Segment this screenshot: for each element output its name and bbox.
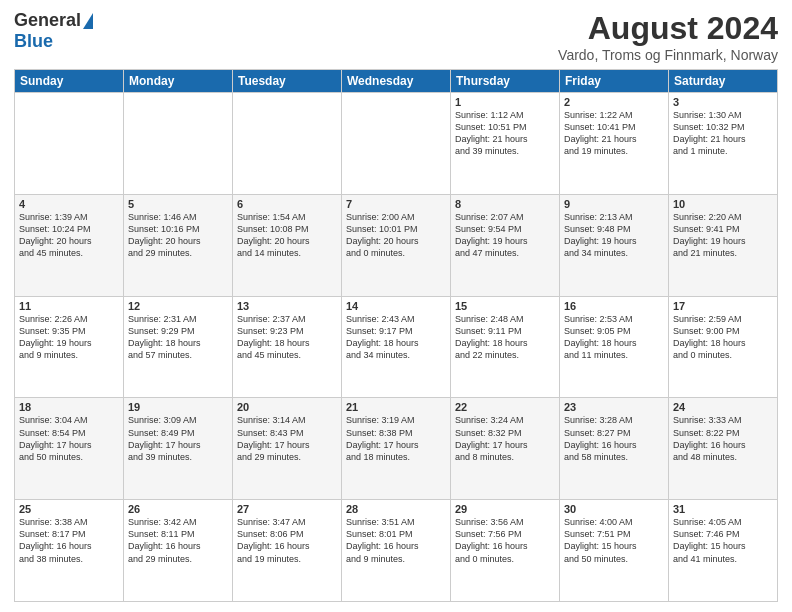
day-number: 31 [673,503,773,515]
day-info: Sunrise: 2:31 AM Sunset: 9:29 PM Dayligh… [128,313,228,362]
header-monday: Monday [124,70,233,93]
header-friday: Friday [560,70,669,93]
day-info: Sunrise: 2:53 AM Sunset: 9:05 PM Dayligh… [564,313,664,362]
day-cell: 19Sunrise: 3:09 AM Sunset: 8:49 PM Dayli… [124,398,233,500]
day-cell: 29Sunrise: 3:56 AM Sunset: 7:56 PM Dayli… [451,500,560,602]
day-info: Sunrise: 3:38 AM Sunset: 8:17 PM Dayligh… [19,516,119,565]
day-info: Sunrise: 4:00 AM Sunset: 7:51 PM Dayligh… [564,516,664,565]
day-cell: 1Sunrise: 1:12 AM Sunset: 10:51 PM Dayli… [451,93,560,195]
page: General Blue August 2024 Vardo, Troms og… [0,0,792,612]
day-cell: 5Sunrise: 1:46 AM Sunset: 10:16 PM Dayli… [124,194,233,296]
logo-text: General [14,10,93,31]
day-info: Sunrise: 2:48 AM Sunset: 9:11 PM Dayligh… [455,313,555,362]
day-number: 3 [673,96,773,108]
day-cell [15,93,124,195]
day-number: 19 [128,401,228,413]
day-info: Sunrise: 3:42 AM Sunset: 8:11 PM Dayligh… [128,516,228,565]
day-number: 5 [128,198,228,210]
day-info: Sunrise: 3:04 AM Sunset: 8:54 PM Dayligh… [19,414,119,463]
header-wednesday: Wednesday [342,70,451,93]
day-cell: 23Sunrise: 3:28 AM Sunset: 8:27 PM Dayli… [560,398,669,500]
day-number: 18 [19,401,119,413]
day-number: 20 [237,401,337,413]
week-row-5: 25Sunrise: 3:38 AM Sunset: 8:17 PM Dayli… [15,500,778,602]
day-info: Sunrise: 1:54 AM Sunset: 10:08 PM Daylig… [237,211,337,260]
day-cell: 28Sunrise: 3:51 AM Sunset: 8:01 PM Dayli… [342,500,451,602]
day-cell: 25Sunrise: 3:38 AM Sunset: 8:17 PM Dayli… [15,500,124,602]
day-number: 2 [564,96,664,108]
day-info: Sunrise: 3:24 AM Sunset: 8:32 PM Dayligh… [455,414,555,463]
day-number: 7 [346,198,446,210]
day-cell: 18Sunrise: 3:04 AM Sunset: 8:54 PM Dayli… [15,398,124,500]
day-cell: 7Sunrise: 2:00 AM Sunset: 10:01 PM Dayli… [342,194,451,296]
day-cell: 20Sunrise: 3:14 AM Sunset: 8:43 PM Dayli… [233,398,342,500]
day-number: 9 [564,198,664,210]
day-cell: 2Sunrise: 1:22 AM Sunset: 10:41 PM Dayli… [560,93,669,195]
day-number: 11 [19,300,119,312]
day-cell [233,93,342,195]
day-info: Sunrise: 3:33 AM Sunset: 8:22 PM Dayligh… [673,414,773,463]
day-cell: 3Sunrise: 1:30 AM Sunset: 10:32 PM Dayli… [669,93,778,195]
day-cell: 21Sunrise: 3:19 AM Sunset: 8:38 PM Dayli… [342,398,451,500]
logo-general: General [14,10,81,31]
day-number: 16 [564,300,664,312]
day-info: Sunrise: 1:22 AM Sunset: 10:41 PM Daylig… [564,109,664,158]
day-number: 29 [455,503,555,515]
week-row-1: 1Sunrise: 1:12 AM Sunset: 10:51 PM Dayli… [15,93,778,195]
day-info: Sunrise: 1:46 AM Sunset: 10:16 PM Daylig… [128,211,228,260]
day-number: 14 [346,300,446,312]
calendar-table: Sunday Monday Tuesday Wednesday Thursday… [14,69,778,602]
day-info: Sunrise: 2:26 AM Sunset: 9:35 PM Dayligh… [19,313,119,362]
day-info: Sunrise: 3:09 AM Sunset: 8:49 PM Dayligh… [128,414,228,463]
calendar-body: 1Sunrise: 1:12 AM Sunset: 10:51 PM Dayli… [15,93,778,602]
day-cell: 27Sunrise: 3:47 AM Sunset: 8:06 PM Dayli… [233,500,342,602]
subtitle: Vardo, Troms og Finnmark, Norway [558,47,778,63]
day-cell: 15Sunrise: 2:48 AM Sunset: 9:11 PM Dayli… [451,296,560,398]
day-number: 8 [455,198,555,210]
day-cell [124,93,233,195]
header-sunday: Sunday [15,70,124,93]
day-info: Sunrise: 3:28 AM Sunset: 8:27 PM Dayligh… [564,414,664,463]
day-cell: 17Sunrise: 2:59 AM Sunset: 9:00 PM Dayli… [669,296,778,398]
day-cell [342,93,451,195]
logo-blue: Blue [14,31,53,52]
header-thursday: Thursday [451,70,560,93]
day-cell: 10Sunrise: 2:20 AM Sunset: 9:41 PM Dayli… [669,194,778,296]
day-cell: 26Sunrise: 3:42 AM Sunset: 8:11 PM Dayli… [124,500,233,602]
day-info: Sunrise: 2:00 AM Sunset: 10:01 PM Daylig… [346,211,446,260]
day-cell: 24Sunrise: 3:33 AM Sunset: 8:22 PM Dayli… [669,398,778,500]
day-number: 26 [128,503,228,515]
day-info: Sunrise: 1:30 AM Sunset: 10:32 PM Daylig… [673,109,773,158]
day-number: 13 [237,300,337,312]
day-number: 25 [19,503,119,515]
day-cell: 11Sunrise: 2:26 AM Sunset: 9:35 PM Dayli… [15,296,124,398]
day-info: Sunrise: 3:47 AM Sunset: 8:06 PM Dayligh… [237,516,337,565]
day-number: 22 [455,401,555,413]
day-number: 1 [455,96,555,108]
day-cell: 12Sunrise: 2:31 AM Sunset: 9:29 PM Dayli… [124,296,233,398]
day-info: Sunrise: 1:39 AM Sunset: 10:24 PM Daylig… [19,211,119,260]
week-row-4: 18Sunrise: 3:04 AM Sunset: 8:54 PM Dayli… [15,398,778,500]
day-number: 17 [673,300,773,312]
day-cell: 4Sunrise: 1:39 AM Sunset: 10:24 PM Dayli… [15,194,124,296]
day-info: Sunrise: 3:51 AM Sunset: 8:01 PM Dayligh… [346,516,446,565]
day-cell: 6Sunrise: 1:54 AM Sunset: 10:08 PM Dayli… [233,194,342,296]
day-cell: 31Sunrise: 4:05 AM Sunset: 7:46 PM Dayli… [669,500,778,602]
day-cell: 16Sunrise: 2:53 AM Sunset: 9:05 PM Dayli… [560,296,669,398]
logo: General Blue [14,10,93,52]
day-cell: 9Sunrise: 2:13 AM Sunset: 9:48 PM Daylig… [560,194,669,296]
day-cell: 22Sunrise: 3:24 AM Sunset: 8:32 PM Dayli… [451,398,560,500]
day-info: Sunrise: 3:56 AM Sunset: 7:56 PM Dayligh… [455,516,555,565]
day-number: 24 [673,401,773,413]
day-info: Sunrise: 2:59 AM Sunset: 9:00 PM Dayligh… [673,313,773,362]
calendar-header: Sunday Monday Tuesday Wednesday Thursday… [15,70,778,93]
day-number: 21 [346,401,446,413]
day-info: Sunrise: 3:14 AM Sunset: 8:43 PM Dayligh… [237,414,337,463]
day-number: 23 [564,401,664,413]
logo-triangle-icon [83,13,93,29]
day-cell: 30Sunrise: 4:00 AM Sunset: 7:51 PM Dayli… [560,500,669,602]
header-row: Sunday Monday Tuesday Wednesday Thursday… [15,70,778,93]
day-info: Sunrise: 2:43 AM Sunset: 9:17 PM Dayligh… [346,313,446,362]
week-row-2: 4Sunrise: 1:39 AM Sunset: 10:24 PM Dayli… [15,194,778,296]
day-number: 27 [237,503,337,515]
